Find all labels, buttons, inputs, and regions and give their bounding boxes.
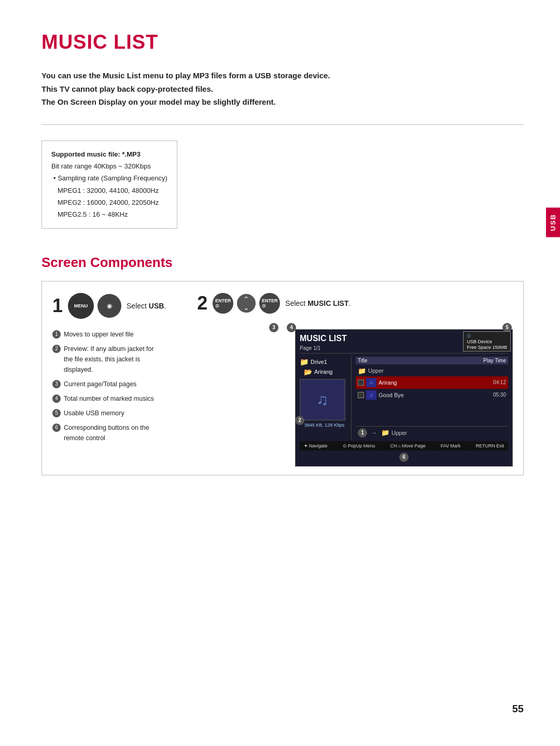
usb-device-label: USB Device [467, 339, 492, 344]
annotation-2-text: Preview: If any album jacket for the fil… [64, 344, 161, 375]
step-2-remote: ENTER⊙ ⌃⌄ ENTER⊙ [213, 293, 280, 314]
annotation-4: 4 Total number of marked musics [52, 393, 161, 404]
drive-name: Drive1 [311, 359, 327, 365]
track-time-goodbye: 05:30 [493, 392, 506, 398]
annotation-1-num: 1 [52, 330, 61, 339]
folder-name: Arirang [314, 369, 332, 375]
annotation-5-num: 5 [52, 409, 61, 417]
annotation-6-text: Corresponding buttons on the remote cont… [64, 423, 161, 443]
file-list-column: 📁 Drive1 📂 Arirang 2 ♫ [300, 357, 352, 439]
page-title: MUSIC LIST [41, 31, 524, 53]
callout-1: 1 [358, 428, 367, 438]
callout-3: 3 [269, 323, 278, 332]
upper-label: Upper [368, 368, 384, 374]
annotation-1: 1 Moves to upper level file [52, 329, 161, 340]
annotation-6: 6 Corresponding buttons on the remote co… [52, 423, 161, 443]
enter-button-2-icon: ENTER⊙ [259, 293, 280, 314]
free-space-label: Free Space 150MB [467, 345, 507, 350]
annotation-4-num: 4 [52, 395, 61, 403]
info-box: Supported music file: *.MP3 Bit rate ran… [41, 140, 177, 229]
nav-arrows-icon: ⌃⌄ [237, 294, 256, 313]
intro-text: You can use the Music List menu to play … [41, 69, 524, 109]
track-empty-2 [356, 413, 508, 424]
steps-row: 1 MENU ◉ Select USB. 2 ENTER⊙ ⌃⌄ ENTER⊙ [52, 293, 513, 319]
track-thumb-2: ♫ [366, 390, 376, 400]
status-fav: FAV Mark [441, 443, 460, 448]
page-number: 55 [512, 703, 524, 715]
track-thumb-1: ♫ [366, 378, 376, 387]
annotation-3-num: 3 [52, 380, 61, 388]
info-bitrate: Bit rate range 40Kbps ~ 320Kbps [51, 160, 167, 172]
preview-box: 2 ♫ [300, 379, 345, 420]
upper-folder-icon-2: 📁 [381, 429, 389, 437]
usb-device-badge: ⊙ USB Device Free Space 150MB [463, 331, 511, 351]
usb-icon: ⊙ [467, 333, 471, 339]
step-1: 1 MENU ◉ Select USB. [52, 293, 166, 319]
folder-icon: 📂 [304, 368, 312, 376]
annotation-2: 2 Preview: If any album jacket for the f… [52, 344, 161, 375]
info-bullet: • Sampling rate (Sampling Frequency) [53, 172, 167, 184]
track-empty-1 [356, 401, 508, 413]
screen-components-box: 1 MENU ◉ Select USB. 2 ENTER⊙ ⌃⌄ ENTER⊙ [41, 281, 524, 475]
drive-icon: 📁 [300, 358, 309, 366]
step-2: 2 ENTER⊙ ⌃⌄ ENTER⊙ Select MUSIC LIST. [197, 293, 351, 314]
upper-track-row: 📁 Upper [356, 365, 508, 376]
annotation-5-text: Usable USB memory [64, 408, 124, 418]
annotation-3: 3 Current page/Total pages [52, 379, 161, 389]
annotation-1-text: Moves to upper level file [64, 329, 134, 340]
menu-button-icon: MENU [68, 293, 94, 319]
navigate-icon: ✦ [304, 443, 308, 448]
section-divider [41, 124, 524, 125]
upper-folder-icon: 📁 [358, 367, 366, 375]
status-popup: ⊙ PopUp Menu [343, 443, 375, 448]
page-indicator: Page 1/1 [300, 345, 320, 351]
step-1-remote: MENU ◉ [68, 293, 121, 319]
music-screen: MUSIC LIST Page 1/1 ☑ No Marked 📁 [295, 329, 513, 467]
intro-line-1: You can use the Music List menu to play … [41, 69, 524, 82]
status-ch: CH ⌂ Move Page [390, 443, 426, 448]
callout-4: 4 [287, 323, 296, 332]
annotation-4-text: Total number of marked musics [64, 393, 154, 404]
status-bar: ✦ Navigate ⊙ PopUp Menu CH ⌂ Move Page [300, 441, 508, 451]
music-columns: 📁 Drive1 📂 Arirang 2 ♫ [300, 357, 508, 439]
info-mpeg1: MPEG1 : 32000, 44100, 48000Hz [58, 185, 167, 196]
track-name-arirang: Arirang [379, 379, 491, 386]
step-2-label: Select MUSIC LIST. [285, 299, 351, 307]
status-return: RETURN Exit [475, 443, 504, 448]
intro-line-2: This TV cannot play back copy-protected … [41, 82, 524, 96]
track-checkbox-2 [358, 392, 364, 398]
step-2-number: 2 [197, 294, 207, 313]
drive-item: 📁 Drive1 [300, 357, 349, 367]
preview-info: 3945 KB, 128 Kbps [300, 423, 349, 428]
folder-item: 📂 Arirang [304, 367, 349, 377]
step-1-label: Select USB. [127, 302, 166, 310]
tracks-column: ⊙ USB Device Free Space 150MB Title Play… [352, 357, 508, 439]
annotation-5: 5 Usable USB memory [52, 408, 161, 418]
track-checkbox-1 [358, 379, 364, 386]
enter-button-icon: ENTER⊙ [213, 293, 233, 314]
annotation-6-num: 6 [52, 424, 61, 432]
col-playtime: Play Time [483, 358, 506, 363]
callout-6: 6 [399, 453, 409, 462]
upper-bottom-label: Upper [391, 430, 407, 436]
annotation-2-num: 2 [52, 345, 61, 353]
status-navigate: ✦ Navigate [304, 443, 328, 448]
track-time-arirang: 04:12 [493, 379, 506, 385]
col-headers: Title Play Time [356, 357, 508, 364]
track-arirang: ♫ Arirang 04:12 [356, 376, 508, 389]
upper-bottom-row: 1 → 📁 Upper [356, 426, 508, 439]
screen-main-layout: 1 Moves to upper level file 2 Preview: I… [52, 329, 513, 467]
info-mpeg25: MPEG2.5 : 16 ~ 48KHz [58, 208, 167, 220]
info-box-title: Supported music file: *.MP3 [51, 150, 141, 158]
music-note-icon: ♫ [317, 391, 329, 409]
music-screen-wrapper: 3 4 5 MUSIC LIST Page 1/1 ☑ No Marked [172, 329, 513, 467]
popup-icon: ⊙ [343, 443, 347, 448]
track-goodbye: ♫ Good Bye 05:30 [356, 389, 508, 401]
track-name-goodbye: Good Bye [379, 392, 491, 398]
col-title: Title [358, 358, 368, 363]
nav-circle-icon: ◉ [97, 294, 121, 318]
side-tab: USB [546, 207, 560, 237]
section-title: Screen Components [41, 255, 524, 271]
ch-icon: ⌂ [398, 443, 401, 448]
callout-2: 2 [295, 416, 304, 425]
